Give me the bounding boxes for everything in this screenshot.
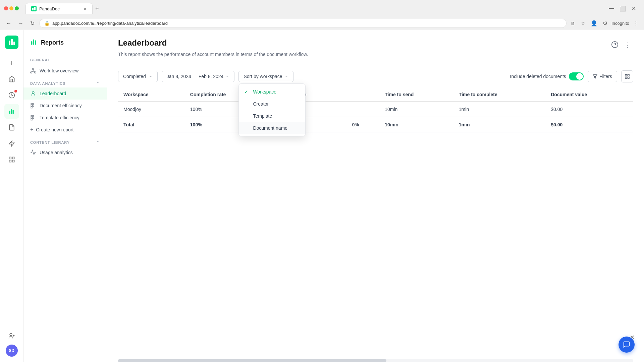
tab-favicon — [31, 6, 37, 11]
svg-rect-33 — [33, 105, 34, 107]
data-analytics-toggle[interactable]: ⌃ — [96, 81, 100, 86]
total-time-to-complete: 1min — [453, 117, 545, 132]
bookmark-icon[interactable]: ☆ — [579, 19, 587, 28]
sidebar-item-document-efficiency[interactable]: Document efficiency — [23, 100, 107, 112]
refresh-btn[interactable]: ↻ — [28, 19, 37, 28]
grid-icon-btn[interactable] — [4, 152, 19, 167]
add-user-icon-btn[interactable] — [4, 328, 19, 343]
svg-rect-19 — [31, 41, 33, 45]
user-avatar-btn[interactable]: SD — [6, 345, 18, 357]
grid-view-icon — [625, 74, 630, 79]
svg-marker-11 — [9, 141, 14, 146]
url-text: app.pandadoc.com/a/#/reporting/data-anal… — [52, 21, 561, 26]
template-efficiency-icon — [30, 115, 36, 121]
svg-marker-41 — [593, 75, 597, 78]
svg-line-27 — [33, 71, 35, 72]
menu-icon[interactable]: ⋮ — [632, 19, 640, 28]
sort-option-template[interactable]: ✓ Template — [239, 110, 305, 122]
svg-rect-10 — [12, 110, 13, 114]
sort-by-btn[interactable]: Sort by workspace — [238, 71, 293, 82]
svg-rect-21 — [35, 40, 36, 45]
content-library-toggle[interactable]: ⌃ — [96, 140, 100, 145]
sort-by-wrapper: Sort by workspace ✓ Workspace ✓ Creator … — [238, 71, 293, 82]
include-deleted-toggle-container: Include deleted documents — [510, 72, 584, 80]
create-new-report-btn[interactable]: + Create new report — [23, 124, 107, 136]
sidebar-item-label: Workflow overview — [40, 68, 78, 73]
svg-rect-4 — [13, 42, 15, 45]
svg-rect-36 — [31, 119, 32, 120]
address-bar[interactable]: 🔒 app.pandadoc.com/a/#/reporting/data-an… — [39, 19, 567, 28]
svg-rect-42 — [625, 74, 627, 76]
create-new-report-label: Create new report — [36, 127, 73, 132]
sidebar-item-usage-analytics[interactable]: Usage analytics — [23, 146, 107, 159]
status-filter-btn[interactable]: Completed — [118, 71, 158, 82]
filter-icon — [593, 74, 597, 79]
window-controls[interactable] — [4, 6, 19, 10]
cast-icon[interactable]: 🖥 — [569, 19, 577, 27]
filters-btn[interactable]: Filters — [588, 71, 617, 82]
nav-title: Reports — [41, 39, 64, 46]
close-btn[interactable]: ✕ — [630, 4, 637, 13]
svg-rect-37 — [33, 115, 34, 117]
tab-close-btn[interactable]: ✕ — [83, 6, 87, 11]
extensions-icon[interactable]: ⚙ — [601, 19, 609, 28]
sort-option-creator[interactable]: ✓ Creator — [239, 98, 305, 110]
help-btn[interactable] — [611, 40, 619, 50]
profile-icon[interactable]: 👤 — [589, 19, 599, 28]
leaderboard-table: Workspace Completion rate Declined rate … — [118, 88, 633, 132]
new-tab-btn[interactable]: + — [93, 3, 102, 14]
chat-icon — [623, 341, 630, 348]
svg-rect-29 — [31, 103, 32, 105]
col-document-value: Document value — [545, 88, 633, 102]
left-nav: Reports GENERAL Workflow overview DATA A… — [23, 30, 107, 362]
reports-nav-icon — [30, 38, 38, 47]
date-range-filter-btn[interactable]: Jan 8, 2024 — Feb 8, 2024 — [162, 71, 235, 82]
sidebar-item-label: Template efficiency — [40, 115, 79, 120]
minimize-window-btn[interactable] — [9, 6, 13, 10]
document-icon-btn[interactable] — [4, 120, 19, 135]
sort-option-label: Workspace — [253, 89, 276, 95]
page-description: This report shows the performance of acc… — [118, 51, 308, 65]
forward-btn[interactable]: → — [16, 19, 25, 28]
restore-btn[interactable]: ⬜ — [618, 4, 628, 13]
add-icon-btn[interactable] — [4, 56, 19, 70]
sort-option-document-name[interactable]: ✓ Document name — [239, 122, 305, 134]
filters-label: Filters — [599, 74, 612, 79]
active-tab[interactable]: PandaDoc ✕ — [25, 3, 93, 14]
svg-rect-34 — [31, 115, 32, 117]
svg-rect-35 — [31, 117, 32, 119]
view-toggle-btn[interactable] — [621, 70, 633, 82]
sort-dropdown-menu: ✓ Workspace ✓ Creator ✓ Template ✓ Docum… — [238, 83, 306, 136]
lightning-icon-btn[interactable] — [4, 136, 19, 151]
notification-badge — [14, 90, 17, 93]
filters-bar: Completed Jan 8, 2024 — Feb 8, 2024 Sort… — [107, 65, 644, 88]
svg-point-28 — [32, 92, 34, 94]
chat-bubble-btn[interactable] — [619, 337, 635, 353]
maximize-window-btn[interactable] — [15, 6, 19, 10]
close-window-btn[interactable] — [4, 6, 8, 10]
svg-point-22 — [33, 68, 34, 70]
svg-rect-14 — [9, 160, 11, 162]
sidebar-item-leaderboard[interactable]: Leaderboard — [23, 87, 107, 100]
page-actions: ⋮ — [611, 38, 633, 50]
nav-header: Reports — [23, 36, 107, 53]
home-icon-btn[interactable] — [4, 72, 19, 86]
include-deleted-label: Include deleted documents — [510, 74, 566, 79]
table-total-row: Total 100% 0% 0% 10min 1min $0.00 — [118, 117, 633, 132]
back-btn[interactable]: ← — [4, 19, 13, 28]
content-library-label: CONTENT LIBRARY — [30, 140, 70, 144]
leaderboard-icon — [30, 90, 36, 97]
activity-icon-btn[interactable] — [4, 88, 19, 103]
sidebar-item-template-efficiency[interactable]: Template efficiency — [23, 112, 107, 124]
sort-option-workspace[interactable]: ✓ Workspace — [239, 86, 305, 98]
svg-rect-13 — [12, 157, 14, 159]
doc-efficiency-icon — [30, 103, 36, 109]
reports-icon-btn[interactable] — [4, 104, 19, 119]
more-options-btn[interactable]: ⋮ — [621, 40, 633, 50]
sidebar-item-workflow-overview[interactable]: Workflow overview — [23, 65, 107, 77]
scroll-thumb[interactable] — [118, 359, 386, 362]
minimize-btn[interactable]: — — [607, 4, 615, 13]
include-deleted-toggle[interactable] — [569, 72, 584, 80]
sort-chevron-icon — [284, 74, 288, 78]
horizontal-scrollbar[interactable] — [118, 359, 633, 362]
